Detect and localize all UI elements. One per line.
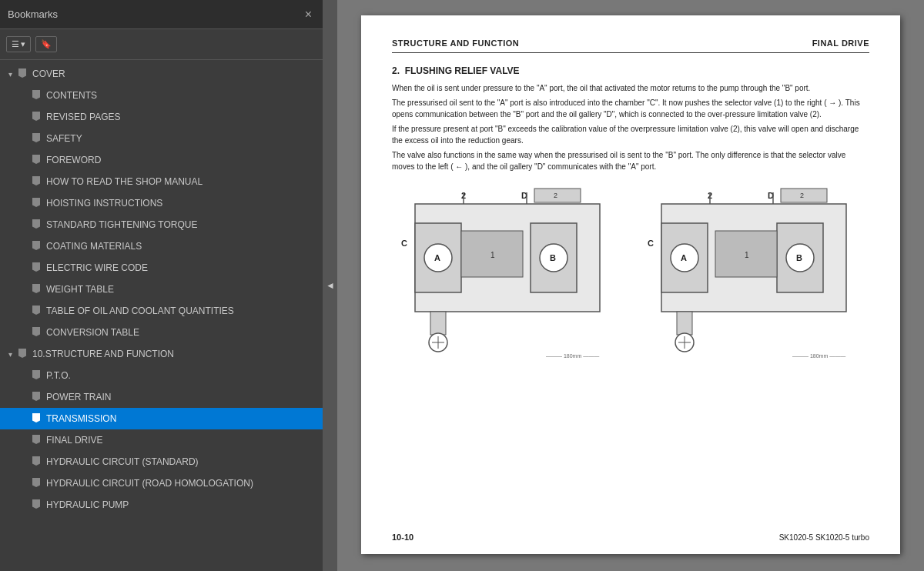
bookmark-label-hydraulic-standard: HYDRAULIC CIRCUIT (STANDARD) [46, 456, 316, 467]
bookmark-label-hydraulic-pump: HYDRAULIC PUMP [46, 499, 316, 510]
bookmark-flag-icon-hydraulic-pump [31, 499, 42, 511]
bookmark-item-revised-pages[interactable]: REVISED PAGES [0, 106, 323, 128]
bookmark-label-electric-wire: ELECTRIC WIRE CODE [46, 262, 316, 273]
bookmark-label-contents: CONTENTS [46, 90, 316, 101]
bookmark-item-standard-torque[interactable]: STANDARD TIGHTENING TORQUE [0, 214, 323, 235]
bookmark-item-cover[interactable]: ▾COVER [0, 63, 323, 85]
expand-arrow-safety [18, 133, 29, 144]
svg-text:2: 2 [554, 192, 557, 199]
bookmark-item-structure-function[interactable]: ▾10.STRUCTURE AND FUNCTION [0, 343, 323, 365]
bookmark-item-safety[interactable]: SAFETY [0, 128, 323, 149]
bookmark-label-structure-function: 10.STRUCTURE AND FUNCTION [32, 349, 316, 359]
svg-text:A: A [681, 253, 687, 262]
bookmark-label-cover: COVER [32, 68, 316, 79]
bookmark-flag-icon-final-drive [31, 434, 42, 446]
expand-arrow-electric-wire [18, 262, 29, 273]
svg-text:B: B [550, 253, 556, 262]
bookmark-tree: ▾COVERCONTENTSREVISED PAGESSAFETYFOREWOR… [0, 60, 323, 571]
bookmark-flag-icon-safety [31, 132, 42, 145]
expand-arrow-standard-torque [18, 219, 29, 230]
paragraph-2: The pressurised oil sent to the "A" port… [392, 97, 869, 120]
bookmark-flag-icon-how-to-read [31, 175, 42, 188]
bookmark-flag-icon-electric-wire [31, 262, 42, 274]
bookmark-icon: 🔖 [41, 39, 52, 49]
expand-arrow-oil-coolant [18, 306, 29, 316]
bookmark-item-power-train[interactable]: POWER TRAIN [0, 386, 323, 408]
bookmark-item-coating[interactable]: COATING MATERIALS [0, 235, 323, 257]
bookmark-flag-icon-revised-pages [31, 111, 42, 123]
expand-arrow-power-train [18, 392, 29, 402]
bookmark-label-power-train: POWER TRAIN [46, 392, 316, 402]
section-heading: 2. FLUSHING RELIEF VALVE [392, 65, 869, 76]
bookmark-flag-icon-oil-coolant [31, 305, 42, 317]
bookmark-flag-icon-transmission [31, 412, 42, 425]
bookmark-label-pto: P.T.O. [46, 370, 316, 381]
bookmark-label-weight: WEIGHT TABLE [46, 284, 316, 295]
bookmark-label-how-to-read: HOW TO READ THE SHOP MANUAL [46, 176, 316, 187]
bookmark-flag-icon-power-train [31, 391, 42, 403]
bookmark-label-transmission: TRANSMISSION [46, 413, 316, 424]
right-panel: ◄ STRUCTURE AND FUNCTION FINAL DRIVE 2. … [323, 0, 924, 571]
svg-rect-12 [430, 312, 446, 335]
svg-text:1: 1 [745, 251, 749, 259]
expand-arrow-final-drive [18, 435, 29, 446]
expand-arrow-transmission [18, 413, 29, 424]
toolbar-expand-button[interactable]: ☰ ▾ [6, 36, 31, 52]
bookmark-flag-icon-coating [31, 240, 42, 252]
bookmark-label-oil-coolant: TABLE OF OIL AND COOLANT QUANTITIES [46, 306, 316, 316]
bookmark-flag-icon-standard-torque [31, 219, 42, 231]
bookmark-item-electric-wire[interactable]: ELECTRIC WIRE CODE [0, 257, 323, 279]
expand-arrow-revised-pages [18, 112, 29, 122]
bookmark-label-hoisting: HOISTING INSTRUCTIONS [46, 198, 316, 209]
bookmark-item-oil-coolant[interactable]: TABLE OF OIL AND COOLANT QUANTITIES [0, 300, 323, 322]
expand-arrow-weight [18, 284, 29, 295]
svg-text:C: C [648, 239, 654, 248]
paragraph-3: If the pressure present at port "B" exce… [392, 123, 869, 146]
diagram-left: 2 D C A B [392, 185, 623, 365]
page-container: STRUCTURE AND FUNCTION FINAL DRIVE 2. FL… [337, 0, 924, 571]
expand-arrow-cover: ▾ [5, 68, 15, 79]
bookmark-item-hydraulic-road[interactable]: HYDRAULIC CIRCUIT (ROAD HOMOLOGATION) [0, 472, 323, 494]
bookmark-flag-icon-hydraulic-road [31, 477, 42, 489]
bookmark-label-standard-torque: STANDARD TIGHTENING TORQUE [46, 219, 316, 230]
bookmark-item-how-to-read[interactable]: HOW TO READ THE SHOP MANUAL [0, 171, 323, 192]
toolbar: ☰ ▾ 🔖 [0, 29, 323, 60]
expand-icon: ☰ [12, 39, 19, 49]
bookmark-flag-icon-foreword [31, 154, 42, 166]
bookmark-label-conversion: CONVERSION TABLE [46, 327, 316, 338]
collapse-button[interactable]: ◄ [323, 0, 337, 571]
expand-arrow-pto [18, 370, 29, 381]
bookmark-flag-icon-conversion [31, 326, 42, 339]
bookmark-item-conversion[interactable]: CONVERSION TABLE [0, 322, 323, 343]
page-footer: 10-10 SK1020-5 SK1020-5 turbo [392, 533, 869, 542]
paragraph-1: When the oil is sent under pressure to t… [392, 82, 869, 94]
bookmark-flag-icon-hydraulic-standard [31, 456, 42, 468]
expand-arrow-hydraulic-standard [18, 456, 29, 467]
bookmark-label-coating: COATING MATERIALS [46, 241, 316, 252]
close-button[interactable]: × [302, 6, 315, 23]
bookmark-item-contents[interactable]: CONTENTS [0, 85, 323, 106]
bookmark-item-hydraulic-standard[interactable]: HYDRAULIC CIRCUIT (STANDARD) [0, 451, 323, 472]
bookmark-item-pto[interactable]: P.T.O. [0, 365, 323, 386]
toolbar-bookmark-button[interactable]: 🔖 [35, 36, 57, 52]
expand-arrow-hoisting [18, 198, 29, 209]
bookmark-item-final-drive[interactable]: FINAL DRIVE [0, 429, 323, 451]
expand-arrow-contents [18, 90, 29, 101]
bookmark-flag-icon-weight [31, 283, 42, 296]
bookmark-item-transmission[interactable]: TRANSMISSION [0, 408, 323, 429]
paragraph-4: The valve also functions in the same way… [392, 149, 869, 172]
page-header: STRUCTURE AND FUNCTION FINAL DRIVE [392, 38, 869, 53]
bookmark-label-safety: SAFETY [46, 133, 316, 144]
expand-arrow-foreword [18, 155, 29, 165]
expand-arrow: ▾ [21, 39, 25, 49]
bookmark-label-foreword: FOREWORD [46, 155, 316, 165]
section-title-text: FLUSHING RELIEF VALVE [405, 65, 520, 76]
bookmark-label-final-drive: FINAL DRIVE [46, 435, 316, 446]
svg-text:A: A [434, 253, 440, 262]
bookmark-item-weight[interactable]: WEIGHT TABLE [0, 279, 323, 300]
bookmark-item-hoisting[interactable]: HOISTING INSTRUCTIONS [0, 192, 323, 214]
page-header-right: FINAL DRIVE [812, 38, 869, 48]
bookmark-item-hydraulic-pump[interactable]: HYDRAULIC PUMP [0, 494, 323, 516]
bookmark-item-foreword[interactable]: FOREWORD [0, 149, 323, 171]
bookmark-flag-icon-cover [17, 68, 28, 80]
